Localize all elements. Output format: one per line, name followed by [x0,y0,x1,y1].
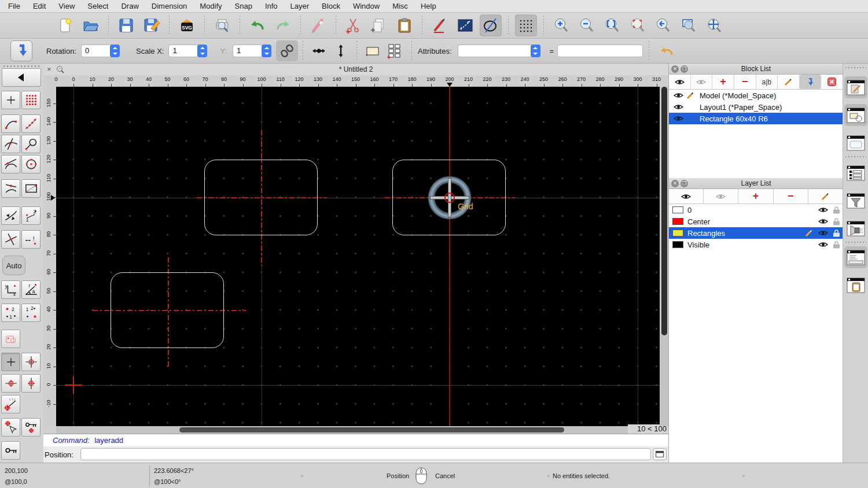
show-all-layers-button[interactable] [669,189,704,204]
auto-snap-button[interactable]: Auto [2,256,25,275]
lock-relative-zero-button[interactable] [21,418,41,437]
paste-button[interactable] [393,14,415,36]
toggle-filter-widget-button[interactable] [844,190,867,212]
snap-tangent-button[interactable] [1,155,20,173]
restrict-nothing-button[interactable] [1,353,20,371]
zoom-pan-button[interactable] [703,14,725,36]
hide-all-layers-button[interactable] [704,189,738,204]
single-insert-button[interactable] [362,40,384,61]
menu-modify[interactable]: Modify [200,2,222,10]
toggle-preview-widget-button[interactable] [844,132,867,154]
stepper-icon[interactable] [262,45,271,57]
close-panel-icon[interactable]: ✕ [671,180,679,187]
snap-nothing-button[interactable]: ! [21,230,41,249]
snap-distance-button[interactable] [21,179,41,198]
detach-command-widget-button[interactable] [653,448,667,460]
open-file-button[interactable] [80,14,102,36]
dock-handle[interactable] [845,67,866,68]
scale-y-value[interactable]: 1 [233,45,263,57]
insert-block-tool-button[interactable] [10,40,32,61]
draw-line-button[interactable] [454,14,476,36]
scale-x-spinner[interactable]: 1 [168,45,207,57]
restore-defaults-button[interactable] [655,40,677,61]
model-canvas[interactable]: Grid [56,87,660,426]
snap-endpoints-button[interactable] [1,114,20,133]
block-row-layout1[interactable]: Layout1 (*Paper_Space) [669,101,843,113]
menu-select[interactable]: Select [87,2,108,10]
flip-vertical-button[interactable] [330,40,352,61]
snap-center-button[interactable] [21,155,41,173]
rename-block-button[interactable]: a|b [756,75,778,89]
restrict-horizontal-button[interactable] [1,374,20,393]
menu-edit[interactable]: Edit [33,2,46,10]
snap-reference-button[interactable] [21,135,41,153]
menu-view[interactable]: View [58,2,75,10]
zoom-back-button[interactable] [652,14,674,36]
restrict-points-button[interactable]: 12 [21,206,41,225]
edit-layer-button[interactable] [808,189,843,204]
rounded-rectangle-entity[interactable] [111,272,224,348]
draw-pen-button[interactable] [429,14,451,36]
toggle-command-widget-button[interactable] [844,246,867,268]
attribute-value-field[interactable] [557,45,643,57]
snap-middle-button[interactable] [1,179,20,198]
menu-info[interactable]: Info [265,2,278,10]
menu-help[interactable]: Help [421,2,436,10]
layer-row-center[interactable]: Center [669,216,843,227]
toggle-library-widget-button[interactable] [844,104,867,126]
snap-on-entity-button[interactable] [21,114,41,133]
attributes-value[interactable] [458,45,532,57]
dropdown-stepper-icon[interactable] [531,45,540,57]
horizontal-scrollbar-thumb[interactable] [179,427,564,432]
print-preview-button[interactable] [211,14,233,36]
array-insert-button[interactable] [384,40,406,61]
coordinate-polar-button[interactable]: ra [21,280,41,299]
vertical-scrollbar[interactable] [660,87,668,426]
stepper-icon[interactable] [197,45,207,57]
remove-layer-button[interactable]: − [774,189,808,204]
select-entity-button[interactable] [1,330,20,348]
insert-block-button[interactable] [800,75,822,89]
detach-panel-icon[interactable]: ❐ [681,65,688,73]
zoom-previous-button[interactable] [627,14,649,36]
link-xy-button[interactable] [276,40,298,61]
grid-toggle-button[interactable] [515,14,537,36]
lock-icon[interactable] [833,206,840,214]
draw-ellipse-button[interactable] [480,14,502,36]
show-all-blocks-button[interactable] [669,75,691,89]
block-row-rectangle[interactable]: Rectangle 60x40 R6 [669,113,843,124]
palette-handle[interactable] [3,65,39,67]
undo-button[interactable] [247,14,269,36]
layer-row-visible[interactable]: Visible [669,239,843,250]
point-1-2-horizontal-button[interactable]: 12 [21,304,41,322]
block-row-model[interactable]: Model (*Model_Space) [669,90,843,101]
restrict-vertical-button[interactable] [21,374,41,393]
restrict-orthogonal-button[interactable] [21,353,41,371]
close-document-icon[interactable]: × [47,65,52,73]
edit-block-button[interactable] [778,75,800,89]
save-as-button[interactable] [141,14,163,36]
lock-icon[interactable] [833,218,840,225]
menu-window[interactable]: Window [353,2,380,10]
new-document-button[interactable] [54,14,76,36]
position-input[interactable] [80,448,651,460]
menu-file[interactable]: File [8,2,20,10]
snap-intersection-manual-button[interactable] [1,230,20,249]
delete-block-button[interactable] [821,75,843,89]
command-line[interactable]: Command: layeradd [43,434,668,446]
redo-button[interactable] [272,14,294,36]
remove-block-button[interactable]: − [734,75,756,89]
rotation-value[interactable]: 0 [81,45,111,57]
toggle-list-widget-button[interactable] [844,162,867,184]
zoom-in-button[interactable] [550,14,572,36]
zoom-window-small-icon[interactable] [56,65,64,73]
lock-icon[interactable] [833,230,840,237]
export-svg-button[interactable]: SVG [176,14,198,36]
cut-button[interactable] [343,14,365,36]
zoom-auto-button[interactable] [601,14,623,36]
menu-block[interactable]: Block [322,2,340,10]
point-1-2-vertical-button[interactable]: 12 [1,304,20,322]
command-input-value[interactable]: layeradd [94,436,123,445]
stepper-icon[interactable] [110,45,120,57]
snap-angle-button[interactable] [1,395,20,413]
